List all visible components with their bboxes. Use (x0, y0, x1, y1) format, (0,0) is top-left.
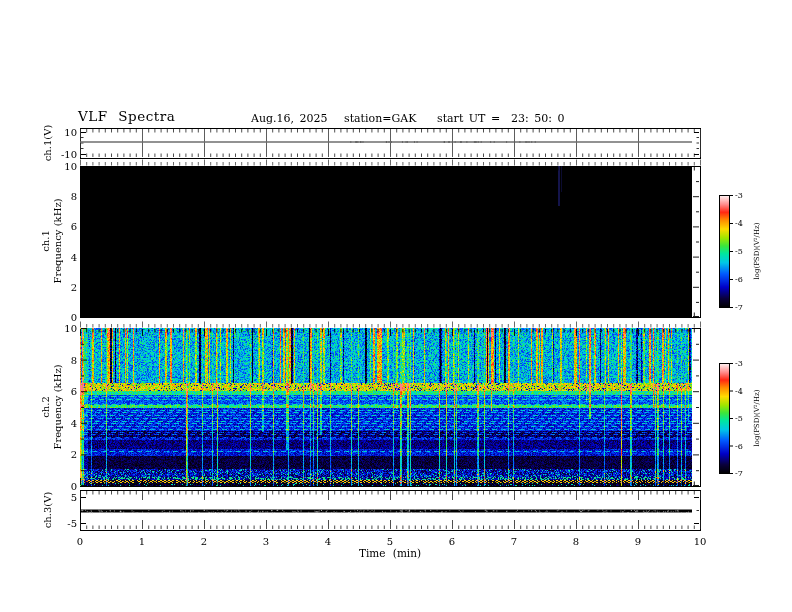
colorbar-tick-label: -7 (735, 303, 743, 312)
y-tick-label: 2 (71, 281, 77, 292)
x-axis-title: Time (min) (359, 547, 421, 559)
colorbar-tick-label: -3 (735, 359, 743, 368)
y-tick-label: 10 (64, 161, 77, 172)
x-tick-label: 10 (694, 536, 707, 547)
x-tick-label: 8 (573, 536, 579, 547)
colorbar-tick-label: -5 (735, 247, 743, 256)
colorbar-tick-label: -6 (735, 441, 743, 450)
ch2-axis-line1: ch.2 (40, 364, 52, 449)
x-tick-label: 5 (387, 536, 393, 547)
y-tick-label: 4 (71, 251, 77, 262)
y-tick-label: -10 (61, 149, 77, 160)
station-label: station=GAK (344, 112, 416, 125)
y-tick-label: 6 (71, 386, 77, 397)
x-tick-label: 1 (139, 536, 145, 547)
y-tick-label: 5 (71, 492, 77, 503)
x-tick-label: 0 (77, 536, 83, 547)
colorbar-tick-label: -4 (735, 386, 743, 395)
y-tick-label: 6 (71, 221, 77, 232)
y-tick-label: 10 (64, 127, 77, 138)
spectra-plot-canvas (0, 0, 792, 612)
start-ut-label: start UT = 23: 50: 0 (437, 112, 565, 125)
y-tick-label: -5 (67, 518, 77, 529)
colorbar2-axis-label: log(PSD)(V²/Hz) (753, 390, 761, 447)
colorbar-tick-label: -6 (735, 275, 743, 284)
x-tick-label: 4 (325, 536, 331, 547)
vlf-spectra-figure: VLF Spectra Aug.16, 2025 station=GAK sta… (0, 0, 792, 612)
y-tick-label: 0 (71, 481, 77, 492)
ch3-voltage-axis-label: ch.3(V) (42, 492, 53, 529)
x-tick-label: 2 (201, 536, 207, 547)
x-tick-label: 6 (449, 536, 455, 547)
colorbar-tick-label: -5 (735, 414, 743, 423)
x-tick-label: 9 (635, 536, 641, 547)
colorbar1-axis-label: log(PSD)(V²/Hz) (753, 223, 761, 280)
colorbar-tick-label: -3 (735, 191, 743, 200)
ch2-axis-line2: Frequency (kHz) (52, 364, 64, 449)
y-tick-label: 4 (71, 417, 77, 428)
y-tick-label: 0 (71, 312, 77, 323)
plot-title: VLF Spectra (78, 108, 175, 124)
colorbar-tick-label: -4 (735, 219, 743, 228)
ch2-frequency-axis-label: ch.2 Frequency (kHz) (40, 364, 64, 449)
y-tick-label: 2 (71, 449, 77, 460)
y-tick-label: 8 (71, 191, 77, 202)
ch1-voltage-axis-label: ch.1(V) (42, 125, 53, 162)
ch1-frequency-axis-label: ch.1 Frequency (kHz) (40, 198, 64, 283)
y-tick-label: 10 (64, 323, 77, 334)
x-tick-label: 3 (263, 536, 269, 547)
ch1-axis-line1: ch.1 (40, 198, 52, 283)
colorbar-tick-label: -7 (735, 469, 743, 478)
ch1-axis-line2: Frequency (kHz) (52, 198, 64, 283)
y-tick-label: 8 (71, 354, 77, 365)
date-label: Aug.16, 2025 (251, 112, 328, 125)
x-tick-label: 7 (511, 536, 517, 547)
